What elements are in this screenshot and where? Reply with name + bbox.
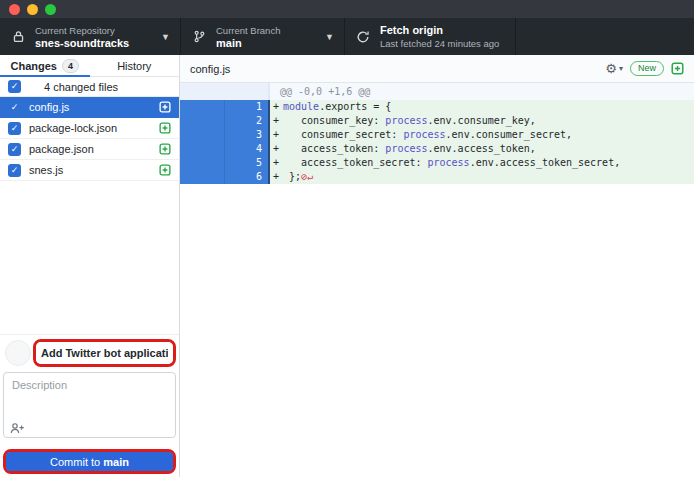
chevron-down-icon: ▼ — [161, 32, 170, 42]
branch-label: Current Branch — [216, 25, 280, 36]
file-name: snes.js — [29, 164, 151, 176]
fetch-status: Last fetched 24 minutes ago — [380, 38, 499, 49]
file-status-added-icon — [159, 122, 171, 134]
sidebar-spacer — [0, 181, 179, 334]
repo-name: snes-soundtracks — [35, 37, 129, 49]
file-checkbox[interactable]: ✓ — [8, 164, 21, 177]
chevron-down-icon: ▼ — [325, 32, 334, 42]
gutter-new[interactable]: 5 — [225, 156, 270, 170]
diff-line-1[interactable]: 1+module.exports = { — [180, 100, 694, 114]
annotation-summary-highlight — [33, 339, 176, 367]
gear-icon: ⚙ — [605, 61, 617, 76]
gutter-old[interactable] — [180, 156, 225, 170]
branch-name: main — [216, 37, 242, 49]
file-status-added-icon — [159, 164, 171, 176]
diff-pane: config.js ⚙▾ New @@ -0,0 +1,6 @@1+module… — [180, 55, 694, 477]
diff-line-4[interactable]: 4+ access_token: process.env.access_toke… — [180, 142, 694, 156]
gutter-old[interactable] — [180, 142, 225, 156]
changed-files-header: ✓ 4 changed files — [0, 77, 179, 97]
current-branch-button[interactable]: Current Branch main ▼ — [181, 18, 345, 55]
diff-hunk-header: @@ -0,0 +1,6 @@ — [180, 83, 694, 100]
file-checkbox[interactable]: ✓ — [8, 143, 21, 156]
file-name: package-lock.json — [29, 122, 151, 134]
toolbar-filler — [516, 18, 694, 55]
lock-icon — [10, 29, 26, 45]
hunk-header-text: @@ -0,0 +1,6 @@ — [270, 83, 694, 100]
file-status-added-icon — [159, 143, 171, 155]
tab-history-label: History — [117, 60, 151, 72]
diff-line-6[interactable]: 6+ };⊘↵ — [180, 170, 694, 184]
commit-description-input[interactable] — [3, 372, 176, 438]
tab-changes-label: Changes — [11, 60, 57, 72]
commit-summary-input[interactable] — [36, 342, 173, 364]
gutter-new[interactable]: 2 — [225, 114, 270, 128]
diff-code: + };⊘↵ — [270, 170, 694, 184]
avatar — [5, 340, 31, 366]
select-all-checkbox[interactable]: ✓ — [8, 80, 21, 93]
gutter-old[interactable] — [180, 128, 225, 142]
file-checkbox[interactable]: ✓ — [8, 122, 21, 135]
app-toolbar: Current Repository snes-soundtracks ▼ Cu… — [0, 18, 694, 55]
changed-files-summary: 4 changed files — [44, 81, 118, 93]
diff-file-name: config.js — [190, 63, 605, 75]
gutter-new[interactable]: 6 — [225, 170, 270, 184]
expand-diff-button[interactable] — [671, 62, 684, 75]
diff-settings-button[interactable]: ⚙▾ — [605, 61, 623, 76]
commit-button-prefix: Commit to — [50, 456, 103, 468]
file-status-added-icon — [159, 101, 171, 113]
gutter-old[interactable] — [180, 114, 225, 128]
fetch-label: Fetch origin — [380, 24, 443, 36]
close-window-button[interactable] — [9, 4, 20, 15]
diff-code: +module.exports = { — [270, 100, 694, 114]
file-row-package-lock.json[interactable]: ✓package-lock.json — [0, 118, 179, 139]
fetch-origin-button[interactable]: Fetch origin Last fetched 24 minutes ago — [345, 18, 516, 55]
commit-button-branch: main — [103, 456, 129, 468]
diff-code: + access_token: process.env.access_token… — [270, 142, 694, 156]
git-branch-icon — [191, 29, 207, 45]
diff-file-header: config.js ⚙▾ New — [180, 55, 694, 83]
zoom-window-button[interactable] — [45, 4, 56, 15]
file-checkbox[interactable]: ✓ — [8, 101, 21, 114]
diff-code: + consumer_secret: process.env.consumer_… — [270, 128, 694, 142]
changes-count-badge: 4 — [62, 59, 79, 73]
file-row-snes.js[interactable]: ✓snes.js — [0, 160, 179, 181]
sync-icon — [355, 29, 371, 45]
diff-line-5[interactable]: 5+ access_token_secret: process.env.acce… — [180, 156, 694, 170]
minimize-window-button[interactable] — [27, 4, 38, 15]
commit-to-main-button[interactable]: Commit to main — [6, 452, 173, 471]
diff-line-2[interactable]: 2+ consumer_key: process.env.consumer_ke… — [180, 114, 694, 128]
commit-form: Commit to main — [0, 334, 179, 477]
person-add-icon[interactable] — [10, 422, 25, 434]
gutter-old[interactable] — [180, 100, 225, 114]
file-row-config.js[interactable]: ✓config.js — [0, 97, 179, 118]
diff-code: + access_token_secret: process.env.acces… — [270, 156, 694, 170]
file-name: config.js — [29, 101, 151, 113]
gutter-new[interactable]: 4 — [225, 142, 270, 156]
file-name: package.json — [29, 143, 151, 155]
diff-content: @@ -0,0 +1,6 @@1+module.exports = {2+ co… — [180, 83, 694, 184]
chevron-down-icon: ▾ — [619, 64, 623, 73]
changed-file-list: ✓config.js✓package-lock.json✓package.jso… — [0, 97, 179, 181]
window-titlebar — [0, 0, 694, 18]
sidebar-tabs: Changes 4 History — [0, 55, 179, 77]
current-repository-button[interactable]: Current Repository snes-soundtracks ▼ — [0, 18, 181, 55]
tab-history[interactable]: History — [90, 55, 180, 76]
tab-changes[interactable]: Changes 4 — [0, 55, 90, 76]
diff-line-3[interactable]: 3+ consumer_secret: process.env.consumer… — [180, 128, 694, 142]
annotation-commit-highlight: Commit to main — [3, 449, 176, 474]
gutter-new[interactable]: 3 — [225, 128, 270, 142]
diff-code: + consumer_key: process.env.consumer_key… — [270, 114, 694, 128]
file-row-package.json[interactable]: ✓package.json — [0, 139, 179, 160]
repo-label: Current Repository — [35, 25, 115, 36]
changes-sidebar: Changes 4 History ✓ 4 changed files ✓con… — [0, 55, 180, 477]
new-file-badge: New — [630, 61, 664, 76]
gutter-old[interactable] — [180, 170, 225, 184]
gutter-new[interactable]: 1 — [225, 100, 270, 114]
